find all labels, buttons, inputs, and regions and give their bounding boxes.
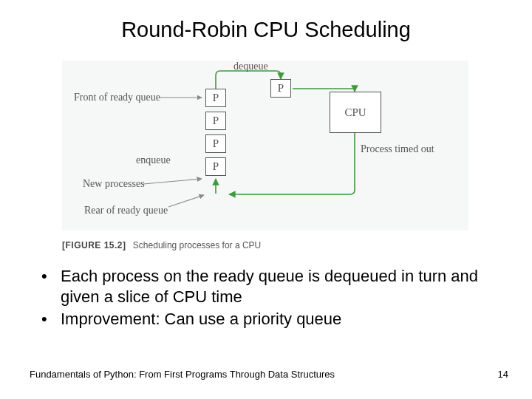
bullet-item: • Each process on the ready queue is deq… xyxy=(41,266,499,307)
process-box: P xyxy=(205,157,226,176)
bullet-dot: • xyxy=(41,266,61,287)
label-enqueue: enqueue xyxy=(136,154,171,166)
cpu-box: CPU xyxy=(330,92,381,133)
footer: Fundamentals of Python: From First Progr… xyxy=(30,369,508,380)
svg-line-2 xyxy=(168,195,204,207)
bullet-list: • Each process on the ready queue is deq… xyxy=(41,266,499,331)
label-rear-of-ready-queue: Rear of ready queue xyxy=(84,205,168,216)
svg-line-1 xyxy=(143,179,202,184)
label-front-of-ready-queue: Front of ready queue xyxy=(74,92,160,103)
footer-source: Fundamentals of Python: From First Progr… xyxy=(30,369,335,380)
figure-caption-text: Scheduling processes for a CPU xyxy=(133,240,261,250)
bullet-text: Improvement: Can use a priority queue xyxy=(61,309,341,330)
label-new-processes: New processes xyxy=(83,178,145,190)
figure-caption: [FIGURE 15.2] Scheduling processes for a… xyxy=(62,240,261,250)
bullet-text: Each process on the ready queue is deque… xyxy=(61,266,499,307)
figure-caption-label: [FIGURE 15.2] xyxy=(62,240,126,250)
bullet-dot: • xyxy=(41,309,61,330)
bullet-item: • Improvement: Can use a priority queue xyxy=(41,309,499,330)
diagram: P P P P P CPU dequeue Front of ready que… xyxy=(62,61,468,231)
page-number: 14 xyxy=(498,369,508,380)
process-box: P xyxy=(205,89,226,107)
process-box: P xyxy=(270,79,291,98)
process-box: P xyxy=(205,112,226,130)
label-dequeue: dequeue xyxy=(233,61,268,72)
label-process-timed-out: Process timed out xyxy=(361,143,434,155)
process-box: P xyxy=(205,134,226,153)
slide-title: Round-Robin CPU Scheduling xyxy=(0,0,532,42)
